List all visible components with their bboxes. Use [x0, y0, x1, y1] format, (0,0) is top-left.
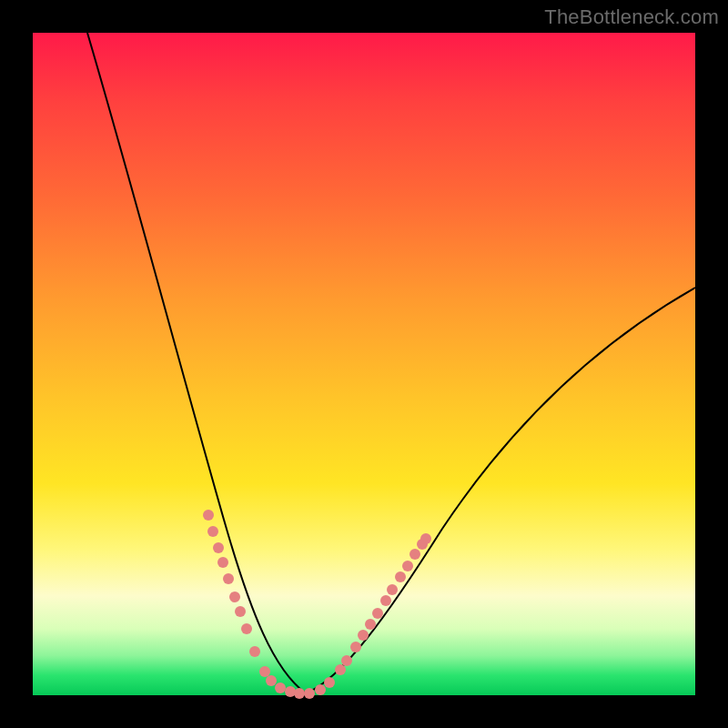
- svg-point-16: [324, 677, 335, 688]
- svg-point-24: [387, 584, 398, 595]
- svg-point-25: [395, 571, 406, 582]
- svg-point-6: [235, 606, 246, 617]
- svg-point-26: [402, 561, 413, 571]
- svg-point-10: [266, 675, 277, 686]
- svg-point-27: [410, 549, 420, 560]
- svg-point-14: [304, 688, 315, 699]
- svg-point-15: [315, 684, 326, 695]
- svg-point-22: [372, 608, 383, 619]
- plot-area: [33, 33, 695, 695]
- marker-dots: [203, 510, 431, 699]
- svg-point-18: [341, 655, 352, 666]
- svg-point-7: [241, 623, 252, 634]
- svg-point-11: [275, 682, 286, 693]
- svg-point-0: [203, 510, 214, 521]
- chart-frame: TheBottleneck.com: [0, 0, 728, 728]
- svg-point-5: [229, 592, 240, 602]
- svg-point-21: [365, 619, 376, 630]
- svg-point-19: [350, 642, 361, 652]
- svg-point-23: [380, 595, 391, 606]
- svg-point-3: [217, 557, 228, 568]
- svg-point-4: [223, 573, 234, 584]
- svg-point-9: [259, 666, 270, 677]
- svg-point-29: [420, 533, 431, 544]
- svg-point-12: [285, 686, 296, 697]
- bottleneck-curve-svg: [33, 33, 695, 695]
- watermark-text: TheBottleneck.com: [544, 5, 719, 29]
- svg-point-13: [294, 688, 305, 699]
- svg-point-8: [249, 646, 260, 657]
- svg-point-20: [358, 630, 369, 641]
- svg-point-1: [207, 526, 218, 537]
- svg-point-2: [213, 542, 224, 553]
- svg-point-17: [335, 664, 346, 675]
- curve-left-branch: [87, 33, 306, 693]
